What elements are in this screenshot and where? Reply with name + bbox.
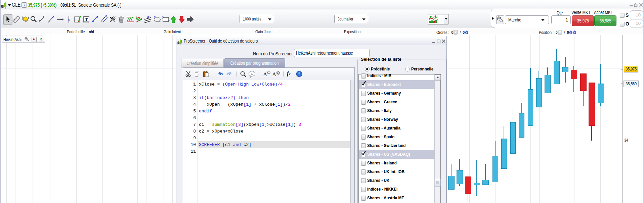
svg-text:A: A [272,71,276,77]
svg-text:A: A [263,71,267,77]
svg-text:T: T [85,17,88,22]
svg-text:?: ? [298,72,300,77]
